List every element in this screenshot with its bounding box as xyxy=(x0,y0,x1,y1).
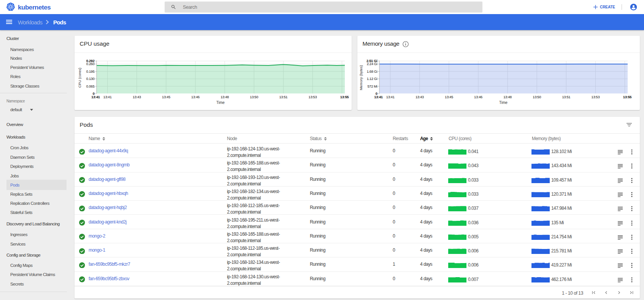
svg-text:13:46: 13:46 xyxy=(191,95,200,99)
svg-text:13:55: 13:55 xyxy=(340,95,349,99)
svg-text:Memory (bytes): Memory (bytes) xyxy=(359,65,363,90)
svg-text:13:41: 13:41 xyxy=(386,95,395,99)
svg-text:13:53: 13:53 xyxy=(309,95,317,99)
svg-text:13:46: 13:46 xyxy=(474,95,482,99)
svg-text:1.12 Gi: 1.12 Gi xyxy=(367,77,378,81)
svg-text:13:50: 13:50 xyxy=(533,95,541,99)
svg-text:572 Mi: 572 Mi xyxy=(367,85,377,88)
svg-text:13:51: 13:51 xyxy=(279,95,287,99)
svg-text:13:43: 13:43 xyxy=(416,95,424,99)
svg-text:13:48: 13:48 xyxy=(503,95,512,99)
svg-text:13:48: 13:48 xyxy=(220,95,229,99)
svg-text:13:43: 13:43 xyxy=(133,95,141,99)
svg-text:0.065: 0.065 xyxy=(86,85,95,88)
svg-text:13:55: 13:55 xyxy=(623,95,631,99)
svg-text:0.130: 0.130 xyxy=(86,77,95,81)
svg-text:0.260: 0.260 xyxy=(86,62,95,66)
svg-text:13:53: 13:53 xyxy=(592,95,600,99)
svg-text:1.68 Gi: 1.68 Gi xyxy=(367,70,378,73)
svg-text:0.195: 0.195 xyxy=(86,70,95,73)
svg-text:0: 0 xyxy=(93,92,95,96)
svg-text:2.24 Gi: 2.24 Gi xyxy=(367,62,378,66)
svg-text:13:41: 13:41 xyxy=(91,95,100,99)
svg-text:0: 0 xyxy=(376,92,378,96)
svg-text:13:41: 13:41 xyxy=(374,95,382,99)
svg-text:13:51: 13:51 xyxy=(562,95,570,99)
svg-text:CPU (cores): CPU (cores) xyxy=(78,68,82,88)
svg-text:13:45: 13:45 xyxy=(445,95,453,99)
svg-text:Time: Time xyxy=(499,101,508,105)
svg-text:Time: Time xyxy=(216,101,225,105)
svg-text:13:45: 13:45 xyxy=(162,95,170,99)
svg-text:13:50: 13:50 xyxy=(250,95,258,99)
svg-text:13:41: 13:41 xyxy=(103,95,112,99)
